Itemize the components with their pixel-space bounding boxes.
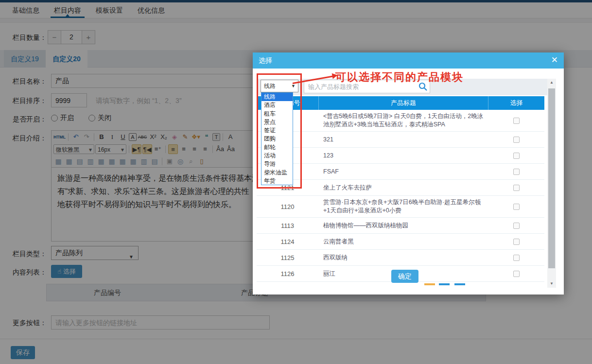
scrollbar-thumb[interactable] bbox=[548, 88, 555, 268]
product-table-row: 1120 赏雪游·日本东京+奈良+大阪7日6晚半自助游·超五星希尔顿+1天自由行… bbox=[257, 196, 544, 218]
row-checkbox[interactable] bbox=[513, 223, 520, 229]
select-cell bbox=[488, 137, 544, 143]
product-title-cell: <普吉5晚6日或5晚7日游> 白天0自费，1天自由活动，2晚泳池别墅酒店+3晚当… bbox=[318, 110, 488, 131]
product-title-cell: 西双版纳 bbox=[318, 251, 488, 264]
scroll-up-icon[interactable]: ▲ bbox=[547, 79, 556, 87]
select-cell bbox=[488, 204, 544, 210]
product-title-cell: 云南普者黑 bbox=[318, 235, 488, 248]
category-option-label: 酒店 bbox=[264, 102, 276, 108]
category-dropdown-list: 线路 酒店 租车 景点 签证 团购 邮轮 活动 导游 柴米油盐 年货 bbox=[261, 92, 293, 185]
product-table-row: 1125 西双版纳 bbox=[257, 250, 544, 266]
product-table-row: 1124 云南普者黑 bbox=[257, 234, 544, 250]
category-option[interactable]: 租车 bbox=[261, 110, 293, 118]
category-option[interactable]: 导游 bbox=[261, 160, 293, 168]
product-title-cell: 321 bbox=[318, 133, 488, 146]
category-option-label: 租车 bbox=[264, 110, 276, 117]
category-option[interactable]: 景点 bbox=[261, 118, 293, 126]
category-option-label: 导游 bbox=[264, 160, 276, 167]
category-option[interactable]: 柴米油盐 bbox=[261, 169, 293, 177]
product-title-cell: FSAF bbox=[318, 165, 488, 178]
product-table-row: 1121 坐上了火车去拉萨 bbox=[257, 180, 544, 196]
row-checkbox[interactable] bbox=[513, 204, 520, 210]
product-table-row: 123 bbox=[257, 148, 544, 164]
category-option-label: 线路 bbox=[264, 93, 276, 100]
row-checkbox[interactable] bbox=[513, 239, 520, 245]
row-checkbox[interactable] bbox=[513, 169, 520, 175]
select-cell bbox=[488, 255, 544, 261]
product-title-cell: 123 bbox=[318, 149, 488, 162]
product-title-cell: 坐上了火车去拉萨 bbox=[318, 181, 488, 194]
row-checkbox[interactable] bbox=[513, 185, 520, 191]
product-id-cell: 1126 bbox=[257, 270, 318, 277]
confirm-button[interactable]: 确定 bbox=[391, 270, 418, 283]
select-cell bbox=[488, 153, 544, 159]
modal-table-header: 产品编号 产品标题 选择 bbox=[257, 96, 544, 110]
caret-down-icon: ▼ bbox=[291, 80, 296, 92]
select-product-modal: 选择 ✕ 线路 ▼ 产品编号 产品标题 选择 <普吉5晚6日或5晚7日游> 白天… bbox=[253, 52, 564, 295]
category-option-label: 年货 bbox=[264, 177, 276, 184]
select-cell bbox=[488, 185, 544, 191]
select-cell bbox=[488, 169, 544, 175]
product-table-body: <普吉5晚6日或5晚7日游> 白天0自费，1天自由活动，2晚泳池别墅酒店+3晚当… bbox=[257, 110, 544, 282]
pagination-link[interactable] bbox=[424, 283, 435, 285]
product-search-input[interactable] bbox=[304, 80, 430, 93]
select-column-header: 选择 bbox=[488, 96, 544, 110]
row-checkbox[interactable] bbox=[513, 271, 520, 277]
product-table-row: 1113 植物博物馆——西双版纳植物园 bbox=[257, 218, 544, 234]
category-option[interactable]: 签证 bbox=[261, 126, 293, 135]
product-category-value: 线路 bbox=[264, 83, 276, 89]
category-option[interactable]: 活动 bbox=[261, 152, 293, 160]
category-option-label: 邮轮 bbox=[264, 144, 276, 151]
category-option[interactable]: 线路 bbox=[261, 93, 293, 101]
product-id-cell: 1120 bbox=[257, 203, 318, 210]
product-title-cell: 赏雪游·日本东京+奈良+大阪7日6晚半自助游·超五星希尔顿+1天自由行+温泉酒店… bbox=[318, 196, 488, 217]
category-option-label: 柴米油盐 bbox=[264, 169, 287, 176]
select-cell bbox=[488, 271, 544, 277]
category-option-label: 活动 bbox=[264, 152, 276, 159]
pagination-link[interactable] bbox=[454, 283, 465, 285]
modal-header: 选择 ✕ bbox=[253, 52, 564, 69]
category-option-label: 景点 bbox=[264, 119, 276, 125]
category-option[interactable]: 团购 bbox=[261, 135, 293, 143]
product-table-row: <普吉5晚6日或5晚7日游> 白天0自费，1天自由活动，2晚泳池别墅酒店+3晚当… bbox=[257, 110, 544, 132]
row-checkbox[interactable] bbox=[513, 153, 520, 159]
product-category-select[interactable]: 线路 ▼ bbox=[261, 80, 298, 92]
category-option-label: 团购 bbox=[264, 135, 276, 142]
pagination-link[interactable] bbox=[439, 283, 450, 285]
category-option[interactable]: 年货 bbox=[261, 177, 293, 185]
product-table-row: 321 bbox=[257, 132, 544, 148]
product-id-cell: 1124 bbox=[257, 238, 318, 245]
modal-scrollbar[interactable]: ▲ ▼ bbox=[547, 79, 556, 288]
row-checkbox[interactable] bbox=[513, 255, 520, 261]
select-cell bbox=[488, 118, 544, 124]
product-id-cell: 1125 bbox=[257, 254, 318, 261]
product-title-header: 产品标题 bbox=[318, 96, 488, 110]
select-cell bbox=[488, 239, 544, 245]
search-icon[interactable] bbox=[418, 82, 428, 91]
scroll-down-icon[interactable]: ▼ bbox=[547, 280, 556, 288]
row-checkbox[interactable] bbox=[513, 118, 520, 124]
category-option[interactable]: 邮轮 bbox=[261, 143, 293, 152]
product-id-cell: 1113 bbox=[257, 222, 318, 229]
category-option[interactable]: 酒店 bbox=[261, 101, 293, 109]
product-title-cell: 植物博物馆——西双版纳植物园 bbox=[318, 219, 488, 232]
close-icon[interactable]: ✕ bbox=[551, 55, 558, 65]
category-option-label: 签证 bbox=[264, 127, 276, 134]
product-table-row: FSAF bbox=[257, 164, 544, 180]
select-cell bbox=[488, 223, 544, 229]
row-checkbox[interactable] bbox=[513, 137, 520, 143]
modal-title: 选择 bbox=[259, 52, 272, 69]
